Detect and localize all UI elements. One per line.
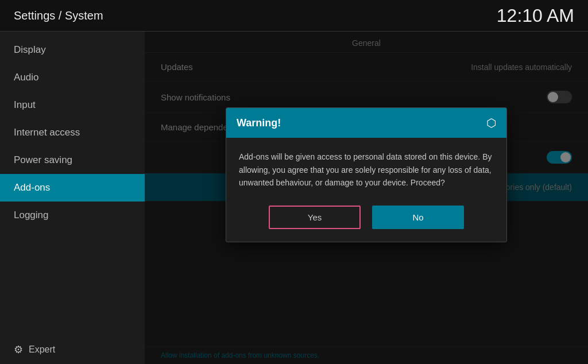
layout: Display Audio Input Internet access Powe…	[0, 32, 588, 364]
sidebar-item-input[interactable]: Input	[0, 91, 145, 119]
sidebar-footer-expert[interactable]: ⚙ Expert	[0, 335, 145, 364]
kodi-icon: ⬡	[486, 116, 496, 130]
sidebar-item-power-saving[interactable]: Power saving	[0, 146, 145, 174]
sidebar-item-internet-access[interactable]: Internet access	[0, 119, 145, 146]
sidebar: Display Audio Input Internet access Powe…	[0, 32, 145, 364]
dialog-title: Warning!	[237, 117, 281, 129]
sidebar-item-display[interactable]: Display	[0, 36, 145, 64]
dialog-header: Warning! ⬡	[226, 108, 506, 138]
main-content: General Updates Install updates automati…	[145, 32, 588, 364]
page-title: Settings / System	[14, 9, 103, 22]
header: Settings / System 12:10 AM	[0, 0, 588, 32]
clock: 12:10 AM	[497, 5, 574, 26]
no-button[interactable]: No	[372, 206, 464, 229]
dialog-footer: Yes No	[226, 200, 506, 242]
warning-dialog: Warning! ⬡ Add-ons will be given access …	[226, 107, 507, 242]
sidebar-item-audio[interactable]: Audio	[0, 64, 145, 91]
sidebar-item-logging[interactable]: Logging	[0, 202, 145, 229]
dialog-body: Add-ons will be given access to personal…	[226, 138, 506, 199]
yes-button[interactable]: Yes	[269, 206, 361, 229]
sidebar-item-add-ons[interactable]: Add-ons	[0, 174, 145, 202]
gear-icon: ⚙	[14, 343, 23, 356]
dialog-overlay: Warning! ⬡ Add-ons will be given access …	[145, 32, 588, 364]
expert-label: Expert	[29, 344, 55, 355]
